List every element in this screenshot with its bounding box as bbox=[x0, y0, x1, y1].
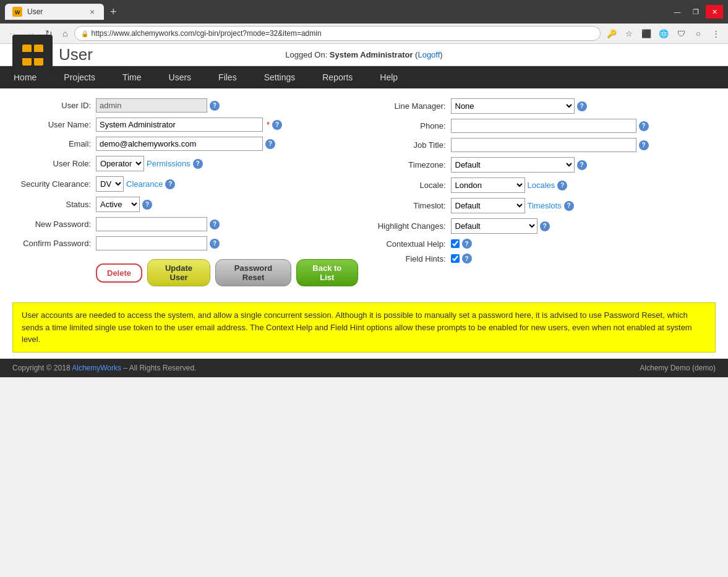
nav-help[interactable]: Help bbox=[366, 66, 411, 88]
line-manager-control: None ? bbox=[451, 98, 716, 114]
clearance-link[interactable]: Clearance bbox=[126, 179, 163, 189]
required-star: * bbox=[267, 120, 270, 129]
email-help-icon[interactable]: ? bbox=[265, 139, 275, 149]
close-button[interactable]: ✕ bbox=[706, 5, 723, 19]
info-box: User accounts are needed to access the s… bbox=[12, 302, 716, 353]
security-clearance-select[interactable]: DV bbox=[96, 176, 124, 192]
phone-row: Phone: ? bbox=[370, 119, 716, 133]
timezone-label: Timezone: bbox=[370, 160, 451, 169]
highlight-changes-label: Highlight Changes: bbox=[370, 221, 451, 231]
delete-button[interactable]: Delete bbox=[96, 263, 142, 283]
url-text: https://www.alchemyworks.com/cgi-bin/pro… bbox=[91, 29, 321, 38]
star-icon[interactable]: ☆ bbox=[622, 26, 636, 41]
footer-company-link[interactable]: AlchemyWorks bbox=[72, 364, 121, 372]
phone-help-icon[interactable]: ? bbox=[639, 121, 649, 131]
user-name-label: User Name: bbox=[12, 120, 96, 129]
nav-files[interactable]: Files bbox=[205, 66, 251, 88]
logoff-link[interactable]: Logoff bbox=[418, 50, 440, 59]
user-id-input[interactable] bbox=[96, 98, 207, 113]
nav-settings[interactable]: Settings bbox=[251, 66, 309, 88]
user-name-control: * ? bbox=[96, 118, 358, 132]
permissions-link[interactable]: Permissions bbox=[147, 159, 191, 168]
logged-on-info: Logged On: System Administrator (Logoff) bbox=[285, 50, 442, 59]
browser-ext3-icon[interactable]: ○ bbox=[691, 26, 706, 41]
user-role-control: Operator Permissions ? bbox=[96, 156, 358, 171]
locales-link[interactable]: Locales bbox=[528, 181, 555, 190]
status-select[interactable]: Active Inactive bbox=[96, 197, 140, 212]
timeslot-select[interactable]: Default bbox=[451, 198, 525, 213]
contextual-help-checkbox[interactable] bbox=[451, 239, 460, 248]
nav-users[interactable]: Users bbox=[155, 66, 205, 88]
page-title: User bbox=[59, 45, 93, 64]
tab-close-button[interactable]: ✕ bbox=[88, 7, 96, 16]
info-box-text: User accounts are needed to access the s… bbox=[22, 310, 692, 344]
phone-control: ? bbox=[451, 119, 716, 133]
timezone-select[interactable]: Default bbox=[451, 157, 575, 173]
nav-reports[interactable]: Reports bbox=[309, 66, 366, 88]
new-password-row: New Password: ? bbox=[12, 217, 358, 231]
user-id-control: ? bbox=[96, 98, 358, 113]
back-to-list-button[interactable]: Back to List bbox=[296, 259, 358, 286]
job-title-input[interactable] bbox=[451, 138, 636, 152]
security-clearance-label: Security Clearance: bbox=[12, 179, 96, 189]
user-role-row: User Role: Operator Permissions ? bbox=[12, 156, 358, 171]
form-left: User ID: ? User Name: * ? bbox=[12, 98, 358, 286]
menu-icon[interactable]: ⋮ bbox=[708, 26, 723, 41]
new-password-help-icon[interactable]: ? bbox=[210, 220, 220, 229]
buttons-row: Delete Update User Password Reset Back t… bbox=[12, 259, 358, 286]
timeslot-help-icon[interactable]: ? bbox=[564, 201, 574, 211]
user-name-help-icon[interactable]: ? bbox=[272, 120, 282, 130]
new-password-input[interactable] bbox=[96, 217, 207, 231]
confirm-password-help-icon[interactable]: ? bbox=[210, 239, 220, 249]
phone-label: Phone: bbox=[370, 121, 451, 130]
logo-area: User bbox=[12, 35, 93, 75]
svg-text:W: W bbox=[15, 9, 20, 15]
browser-tab[interactable]: W User ✕ bbox=[5, 4, 104, 20]
timezone-help-icon[interactable]: ? bbox=[577, 160, 587, 170]
confirm-password-control: ? bbox=[96, 236, 358, 250]
confirm-password-input[interactable] bbox=[96, 236, 207, 250]
security-clearance-help-icon[interactable]: ? bbox=[165, 179, 175, 189]
key-icon[interactable]: 🔑 bbox=[604, 26, 619, 41]
contextual-help-label: Contextual Help: bbox=[370, 239, 451, 249]
field-hints-checkbox[interactable] bbox=[451, 254, 460, 263]
tab-favicon: W bbox=[12, 7, 22, 17]
line-manager-help-icon[interactable]: ? bbox=[577, 101, 587, 111]
browser-ext1-icon[interactable]: 🌐 bbox=[656, 26, 671, 41]
svg-rect-5 bbox=[22, 52, 43, 58]
password-reset-button[interactable]: Password Reset bbox=[215, 259, 291, 286]
job-title-help-icon[interactable]: ? bbox=[639, 140, 649, 150]
user-name-input[interactable] bbox=[96, 118, 263, 132]
update-user-button[interactable]: Update User bbox=[147, 259, 210, 286]
timeslots-link[interactable]: Timeslots bbox=[528, 201, 562, 210]
logged-on-username: System Administrator bbox=[330, 50, 413, 59]
timezone-control: Default ? bbox=[451, 157, 716, 173]
highlight-changes-select[interactable]: Default bbox=[451, 218, 537, 234]
user-id-help-icon[interactable]: ? bbox=[210, 101, 220, 111]
field-hints-label: Field Hints: bbox=[370, 254, 451, 263]
field-hints-help-icon[interactable]: ? bbox=[462, 254, 472, 263]
line-manager-select[interactable]: None bbox=[451, 98, 575, 114]
locale-select[interactable]: London bbox=[451, 177, 525, 193]
locale-control: London Locales ? bbox=[451, 177, 716, 193]
email-input[interactable] bbox=[96, 137, 263, 151]
highlight-changes-help-icon[interactable]: ? bbox=[540, 221, 550, 231]
job-title-label: Job Title: bbox=[370, 140, 451, 150]
new-tab-button[interactable]: + bbox=[106, 4, 121, 20]
address-bar[interactable]: 🔒 https://www.alchemyworks.com/cgi-bin/p… bbox=[74, 26, 601, 41]
status-help-icon[interactable]: ? bbox=[142, 200, 152, 210]
browser-toolbar: ← → ↻ ⌂ 🔒 https://www.alchemyworks.com/c… bbox=[0, 24, 728, 44]
minimize-button[interactable]: — bbox=[669, 5, 686, 19]
job-title-row: Job Title: ? bbox=[370, 138, 716, 152]
phone-input[interactable] bbox=[451, 119, 636, 133]
restore-button[interactable]: ❐ bbox=[687, 5, 704, 19]
extensions-icon[interactable]: ⬛ bbox=[639, 26, 654, 41]
browser-ext2-icon[interactable]: 🛡 bbox=[674, 26, 688, 41]
user-role-select[interactable]: Operator bbox=[96, 156, 144, 171]
nav-time[interactable]: Time bbox=[109, 66, 155, 88]
locale-help-icon[interactable]: ? bbox=[557, 181, 567, 190]
user-role-help-icon[interactable]: ? bbox=[193, 159, 203, 169]
contextual-help-help-icon[interactable]: ? bbox=[462, 239, 472, 249]
timezone-row: Timezone: Default ? bbox=[370, 157, 716, 173]
browser-toolbar-icons: 🔑 ☆ ⬛ 🌐 🛡 ○ ⋮ bbox=[604, 26, 723, 41]
